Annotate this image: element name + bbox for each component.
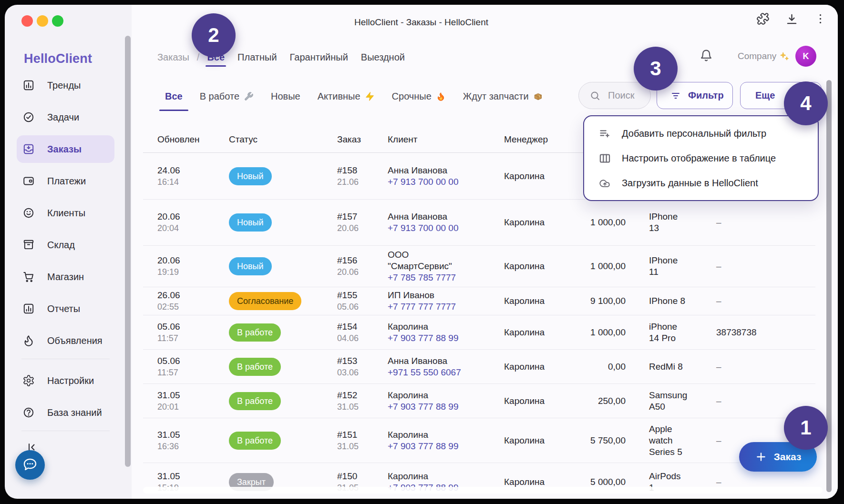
breadcrumb-separator: /: [197, 50, 200, 64]
browser-menu-icon[interactable]: [814, 12, 827, 25]
client-phone-link[interactable]: +7 913 700 00 00: [388, 176, 473, 188]
sidebar-item-label: Заказы: [47, 144, 82, 155]
column-header-order[interactable]: Заказ: [337, 134, 388, 145]
order-type-tab[interactable]: Платный: [237, 50, 277, 64]
status-cell: Новый: [229, 257, 337, 275]
status-badge: В работе: [229, 358, 281, 376]
manager-cell: Каролина: [504, 295, 577, 307]
extra-cell: –: [710, 476, 815, 488]
device-cell: IPhone 13: [626, 211, 710, 234]
status-cell: Новый: [229, 213, 337, 232]
bar-chart-icon: [22, 79, 35, 91]
sidebar-item[interactable]: Настройки: [17, 367, 114, 394]
extra-cell: –: [710, 395, 815, 407]
client-phone-link[interactable]: +971 55 550 6067: [388, 367, 473, 378]
filter-chip[interactable]: Активные: [318, 90, 375, 102]
breadcrumb-orders[interactable]: Заказы: [157, 50, 189, 64]
order-cell: #151 31.05: [337, 429, 388, 452]
client-phone-link[interactable]: +7 903 777 88 99: [388, 333, 473, 344]
sidebar-item-label: Объявления: [47, 335, 103, 346]
company-menu[interactable]: Company: [738, 51, 790, 61]
avatar[interactable]: K: [795, 46, 816, 67]
sidebar-item[interactable]: Тренды: [17, 71, 114, 99]
sidebar-item[interactable]: Склад: [17, 231, 114, 259]
status-cell: В работе: [229, 432, 337, 450]
wallet-icon: [22, 175, 35, 187]
plus-icon: [755, 451, 767, 463]
sidebar-item-label: Склад: [47, 240, 75, 251]
amount-cell: 1 000,00: [577, 217, 626, 228]
amount-cell: 5 750,00: [577, 435, 626, 446]
client-phone-link[interactable]: +7 903 777 88 99: [388, 441, 473, 452]
column-header-manager[interactable]: Менеджер: [504, 134, 577, 145]
sidebar-item[interactable]: Отчеты: [17, 295, 114, 323]
order-type-tab[interactable]: Гарантийный: [290, 50, 348, 64]
table-row[interactable]: 31.05 16:36 В работе #151 31.05 Каролина…: [143, 418, 815, 463]
table-row[interactable]: 05.06 11:57 В работе #153 03.06 Анна Ива…: [143, 350, 815, 384]
column-header-status[interactable]: Статус: [229, 134, 337, 145]
manager-cell: Каролина: [504, 217, 577, 228]
filter-chip[interactable]: Срочные: [392, 90, 446, 102]
sidebar-item[interactable]: Клиенты: [17, 199, 114, 227]
extra-cell: –: [710, 361, 815, 373]
sidebar-item[interactable]: Задачи: [17, 103, 114, 131]
manager-cell: Каролина: [504, 327, 577, 338]
wrench-icon: [244, 91, 254, 101]
sidebar-scrollbar[interactable]: [125, 36, 131, 467]
client-cell: Анна Иванова +7 913 700 00 00: [388, 211, 504, 234]
client-phone-link[interactable]: +7 913 700 00 00: [388, 222, 473, 234]
dropdown-menu-item[interactable]: Добавить персональный фильтр: [584, 122, 818, 145]
sidebar-divider: [21, 359, 110, 359]
table-row[interactable]: 05.06 11:57 В работе #154 04.06 Каролина…: [143, 315, 815, 350]
filter-chip[interactable]: Все: [165, 90, 183, 102]
box-icon: [22, 239, 35, 251]
table-row[interactable]: 26.06 02:55 Согласование #155 05.06 ИП И…: [143, 287, 815, 315]
search-input[interactable]: Поиск: [578, 82, 651, 109]
filter-chip[interactable]: Новые: [271, 90, 300, 102]
zoom-window-button[interactable]: [52, 15, 63, 27]
table-row[interactable]: 20.06 19:19 Новый #156 20.06 ООО "СмартС…: [143, 246, 815, 287]
manager-cell: Каролина: [504, 261, 577, 272]
client-phone-link[interactable]: +7 785 785 7777: [388, 272, 473, 283]
order-cell: #156 20.06: [337, 255, 388, 278]
manager-cell: Каролина: [504, 435, 577, 446]
close-window-button[interactable]: [21, 15, 33, 27]
minimize-window-button[interactable]: [37, 15, 48, 27]
columns-icon: [598, 152, 611, 165]
table-row[interactable]: 20.06 20:04 Новый #157 20.06 Анна Иванов…: [143, 200, 815, 246]
dropdown-menu-item[interactable]: Загрузить данные в HelloClient: [584, 171, 818, 194]
client-cell: Каролина +7 903 777 88 99: [388, 321, 504, 344]
client-phone-link[interactable]: +7 777 777 7777: [388, 301, 473, 312]
manager-cell: Каролина: [504, 395, 577, 407]
search-icon: [589, 90, 601, 101]
sidebar-item[interactable]: База знаний: [17, 399, 114, 426]
download-icon[interactable]: [785, 13, 798, 26]
dropdown-menu-item[interactable]: Настроить отображение в таблице: [584, 147, 818, 170]
notifications-bell-icon[interactable]: [699, 48, 713, 62]
sidebar-item[interactable]: Заказы: [17, 135, 114, 163]
status-badge: В работе: [229, 323, 281, 342]
dropdown-menu-item-label: Настроить отображение в таблице: [622, 153, 776, 164]
fire-icon: [436, 91, 446, 101]
filter-chip[interactable]: В работе: [200, 90, 254, 102]
client-phone-link[interactable]: +7 903 777 88 99: [388, 401, 473, 413]
extensions-icon[interactable]: [757, 12, 770, 25]
sidebar-item[interactable]: Объявления: [17, 327, 114, 354]
filter-chip[interactable]: Ждут запчасти: [463, 90, 543, 102]
horizontal-scrollbar[interactable]: [143, 487, 823, 494]
filter-chip-label: Новые: [271, 90, 300, 102]
breadcrumb: Заказы / Все Платный Гарантийный Выездно…: [157, 50, 418, 64]
column-header-client[interactable]: Клиент: [388, 134, 504, 145]
sidebar-item[interactable]: Платежи: [17, 167, 114, 195]
order-type-tab[interactable]: Выездной: [361, 50, 405, 64]
sidebar-item[interactable]: Магазин: [17, 263, 114, 291]
annotation-badge: 1: [784, 406, 828, 450]
filter-chip-label: Активные: [318, 90, 360, 102]
support-chat-button[interactable]: [15, 450, 45, 480]
column-header-updated[interactable]: Обновлен: [143, 134, 229, 145]
extra-cell: –: [710, 261, 815, 272]
amount-cell: 0,00: [577, 361, 626, 373]
report-icon: [22, 302, 35, 315]
table-row[interactable]: 31.05 20:01 В работе #152 31.05 Каролина…: [143, 384, 815, 418]
filter-chip-label: Срочные: [392, 90, 432, 102]
